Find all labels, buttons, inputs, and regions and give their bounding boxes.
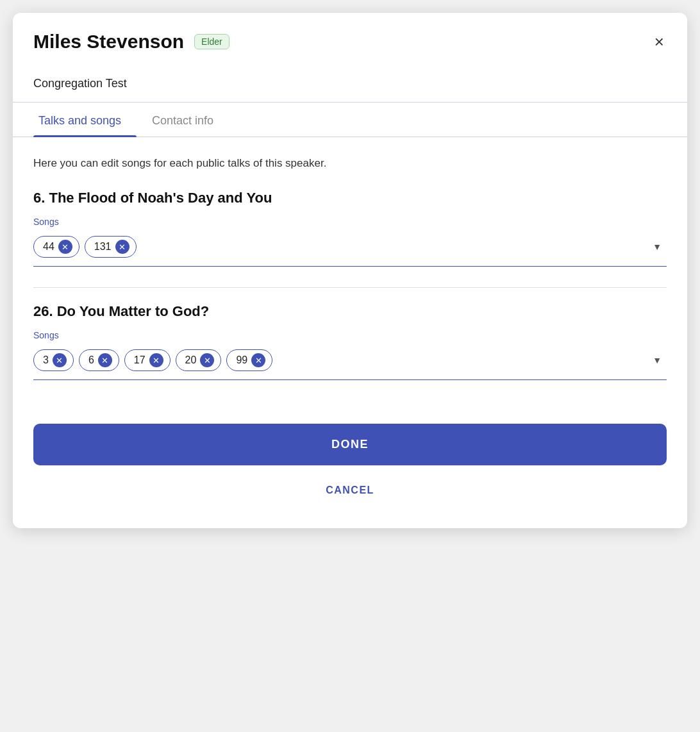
talk-divider — [33, 287, 667, 288]
talk-title-2: 26. Do You Matter to God? — [33, 303, 667, 320]
chip-remove-17[interactable]: ✕ — [149, 353, 163, 367]
description-text: Here you can edit songs for each public … — [33, 155, 667, 172]
elder-badge: Elder — [194, 34, 229, 49]
chip-131: 131 ✕ — [85, 236, 137, 258]
talk-title-1: 6. The Flood of Noah's Day and You — [33, 190, 667, 206]
talk-section-1: 6. The Flood of Noah's Day and You Songs… — [33, 190, 667, 267]
chip-value-6: 6 — [88, 354, 94, 366]
chip-44: 44 ✕ — [33, 236, 79, 258]
tab-contact-info[interactable]: Contact info — [147, 103, 229, 137]
chip-remove-131[interactable]: ✕ — [115, 240, 129, 254]
songs-field-1: 44 ✕ 131 ✕ ▼ — [33, 233, 667, 267]
dialog: Miles Stevenson Elder × Congregation Tes… — [13, 13, 687, 528]
close-button[interactable]: × — [652, 31, 667, 53]
tab-talks-and-songs[interactable]: Talks and songs — [33, 103, 137, 137]
person-name: Miles Stevenson — [33, 31, 184, 53]
songs-label-1: Songs — [33, 217, 667, 227]
chip-remove-99[interactable]: ✕ — [251, 353, 265, 367]
cancel-button[interactable]: CANCEL — [33, 476, 667, 505]
chip-20: 20 ✕ — [176, 349, 222, 371]
songs-chips-2: 3 ✕ 6 ✕ 17 ✕ 20 ✕ — [33, 349, 647, 371]
chip-value-44: 44 — [43, 241, 54, 253]
chip-remove-3[interactable]: ✕ — [53, 353, 67, 367]
header-left: Miles Stevenson Elder — [33, 31, 229, 53]
talk-section-2: 26. Do You Matter to God? Songs 3 ✕ 6 ✕ … — [33, 303, 667, 380]
chip-value-99: 99 — [236, 354, 247, 366]
chip-17: 17 ✕ — [124, 349, 171, 371]
chip-remove-20[interactable]: ✕ — [200, 353, 214, 367]
congregation-name: Congregation Test — [13, 65, 687, 103]
tabs: Talks and songs Contact info — [13, 103, 687, 137]
chip-value-3: 3 — [43, 354, 49, 366]
songs-dropdown-2[interactable]: ▼ — [647, 350, 667, 370]
songs-field-2: 3 ✕ 6 ✕ 17 ✕ 20 ✕ — [33, 347, 667, 380]
chip-99: 99 ✕ — [226, 349, 272, 371]
chip-remove-6[interactable]: ✕ — [98, 353, 112, 367]
chip-value-131: 131 — [94, 241, 112, 253]
chip-value-17: 17 — [134, 354, 146, 366]
chip-6: 6 ✕ — [79, 349, 119, 371]
dialog-header: Miles Stevenson Elder × — [13, 13, 687, 65]
chip-remove-44[interactable]: ✕ — [58, 240, 72, 254]
footer: DONE CANCEL — [13, 419, 687, 528]
done-button[interactable]: DONE — [33, 424, 667, 465]
chip-value-20: 20 — [185, 354, 197, 366]
songs-chips-1: 44 ✕ 131 ✕ — [33, 236, 647, 258]
tab-content: Here you can edit songs for each public … — [13, 137, 687, 419]
chip-3: 3 ✕ — [33, 349, 74, 371]
songs-label-2: Songs — [33, 330, 667, 340]
songs-dropdown-1[interactable]: ▼ — [647, 237, 667, 257]
